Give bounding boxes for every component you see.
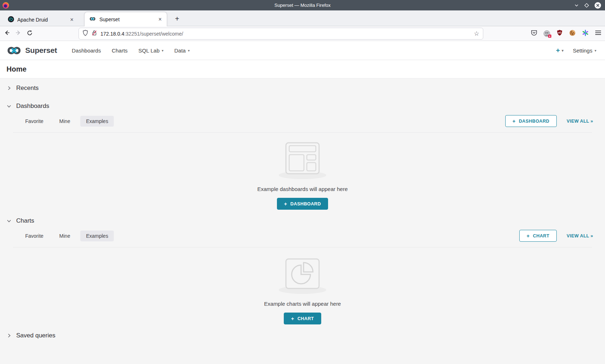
minimize-button[interactable] [574, 3, 579, 8]
button-label: CHART [297, 316, 314, 321]
nav-charts[interactable]: Charts [106, 47, 133, 54]
superset-favicon [89, 17, 96, 22]
settings-menu-button[interactable]: Settings▾ [573, 47, 596, 54]
new-chart-button[interactable]: +CHART [519, 230, 556, 242]
button-label: CHART [533, 233, 550, 238]
close-tab-icon[interactable]: × [69, 17, 75, 23]
superset-logo[interactable]: Superset [6, 45, 57, 56]
window-titlebar: Superset — Mozilla Firefox [0, 0, 605, 10]
insecure-lock-icon[interactable] [91, 30, 97, 37]
dashboards-toolbar: Favorite Mine Examples +DASHBOARD VIEW A… [19, 115, 593, 127]
reload-button[interactable] [27, 30, 33, 37]
browser-tab-bar: Apache Druid × Superset × + [0, 10, 605, 26]
nav-sql-lab[interactable]: SQL Lab▾ [133, 47, 169, 54]
section-title: Dashboards [16, 103, 49, 110]
cookie-icon[interactable] [569, 29, 576, 38]
window-title: Superset — Mozilla Firefox [0, 3, 605, 8]
close-tab-icon[interactable]: × [157, 16, 163, 23]
page-header: Home [0, 60, 605, 78]
view-all-charts-link[interactable]: VIEW ALL » [567, 233, 593, 238]
caret-down-icon: ▾ [188, 49, 190, 53]
empty-state-text: Example charts will appear here [264, 301, 341, 307]
tab-label: Superset [99, 17, 154, 22]
brand-name: Superset [25, 46, 57, 55]
plus-icon: + [526, 233, 530, 239]
new-tab-button[interactable]: + [172, 14, 182, 23]
plus-icon: + [284, 201, 287, 207]
settings-label: Settings [573, 47, 592, 54]
section-dashboards[interactable]: Dashboards [0, 99, 605, 113]
url-path: :32251/superset/welcome/ [124, 31, 183, 37]
section-title: Saved queries [16, 332, 55, 339]
plus-icon: + [556, 46, 560, 54]
urlbar[interactable]: 172.18.0.4:32251/superset/welcome/ ☆ [79, 28, 483, 40]
page-title: Home [6, 65, 27, 73]
superset-infinity-icon [6, 45, 22, 56]
pocket-icon[interactable] [531, 29, 537, 37]
charts-toolbar: Favorite Mine Examples +CHART VIEW ALL » [19, 230, 593, 242]
nav-label: Data [174, 47, 186, 54]
section-charts[interactable]: Charts [0, 214, 605, 228]
empty-chart-icon [275, 255, 330, 296]
chevron-right-icon [6, 86, 12, 91]
chevron-down-icon [6, 218, 12, 223]
close-button[interactable] [594, 2, 601, 9]
browser-toolbar: 172.18.0.4:32251/superset/welcome/ ☆ x u… [0, 26, 605, 41]
chevron-down-icon [6, 104, 12, 109]
nav-label: SQL Lab [138, 47, 160, 54]
extension-error-badge: x [548, 35, 551, 38]
ublock-icon[interactable]: uO [556, 29, 563, 37]
button-label: DASHBOARD [519, 119, 550, 124]
section-title: Recents [16, 85, 39, 92]
create-chart-button[interactable]: +CHART [284, 313, 321, 324]
tab-favorite[interactable]: Favorite [19, 116, 49, 127]
caret-down-icon: ▾ [595, 49, 596, 53]
new-dashboard-button[interactable]: +DASHBOARD [505, 115, 556, 127]
tab-examples[interactable]: Examples [80, 231, 114, 241]
back-button[interactable] [4, 29, 10, 37]
tab-label: Apache Druid [17, 17, 66, 23]
tracking-shield-icon[interactable] [82, 30, 88, 37]
dashboards-empty-state: Example dashboards will appear here +DAS… [0, 133, 605, 210]
section-recents[interactable]: Recents [0, 81, 605, 95]
tab-examples[interactable]: Examples [80, 116, 114, 127]
section-title: Charts [16, 217, 34, 224]
empty-state-text: Example dashboards will appear here [257, 186, 348, 192]
browser-tab-superset[interactable]: Superset × [84, 12, 167, 26]
nav-label: Charts [112, 47, 127, 54]
create-dashboard-button[interactable]: +DASHBOARD [277, 198, 328, 210]
add-new-menu-button[interactable]: +▾ [556, 46, 564, 54]
nav-dashboards[interactable]: Dashboards [66, 47, 106, 54]
forward-button[interactable] [15, 29, 22, 37]
caret-down-icon: ▾ [162, 49, 163, 53]
extension-icon[interactable]: x [543, 30, 550, 37]
view-all-dashboards-link[interactable]: VIEW ALL » [567, 119, 593, 124]
charts-empty-state: Example charts will appear here +CHART [0, 247, 605, 324]
superset-navbar: Superset Dashboards Charts SQL Lab▾ Data… [0, 41, 605, 60]
browser-tab-apache-druid[interactable]: Apache Druid × [4, 13, 79, 26]
welcome-content: Recents Dashboards Favorite Mine Example… [0, 78, 605, 346]
druid-favicon [8, 16, 14, 23]
hamburger-menu-icon[interactable] [595, 30, 601, 37]
plus-icon: + [291, 316, 294, 322]
tab-mine[interactable]: Mine [54, 231, 76, 241]
caret-down-icon: ▾ [562, 49, 564, 53]
maximize-button[interactable] [584, 3, 589, 8]
url-host: 172.18.0.4 [100, 31, 124, 37]
section-saved-queries[interactable]: Saved queries [0, 329, 605, 342]
tab-mine[interactable]: Mine [54, 116, 76, 127]
tab-favorite[interactable]: Favorite [19, 231, 49, 241]
chevron-right-icon [6, 333, 12, 338]
url-text[interactable]: 172.18.0.4:32251/superset/welcome/ [100, 31, 471, 37]
asterisk-extension-icon[interactable] [582, 29, 589, 38]
svg-text:uO: uO [558, 31, 561, 34]
button-label: DASHBOARD [290, 201, 321, 206]
empty-dashboard-icon [275, 141, 330, 181]
bookmark-star-icon[interactable]: ☆ [474, 30, 479, 37]
nav-label: Dashboards [72, 47, 101, 54]
plus-icon: + [512, 118, 516, 124]
nav-data[interactable]: Data▾ [169, 47, 195, 54]
